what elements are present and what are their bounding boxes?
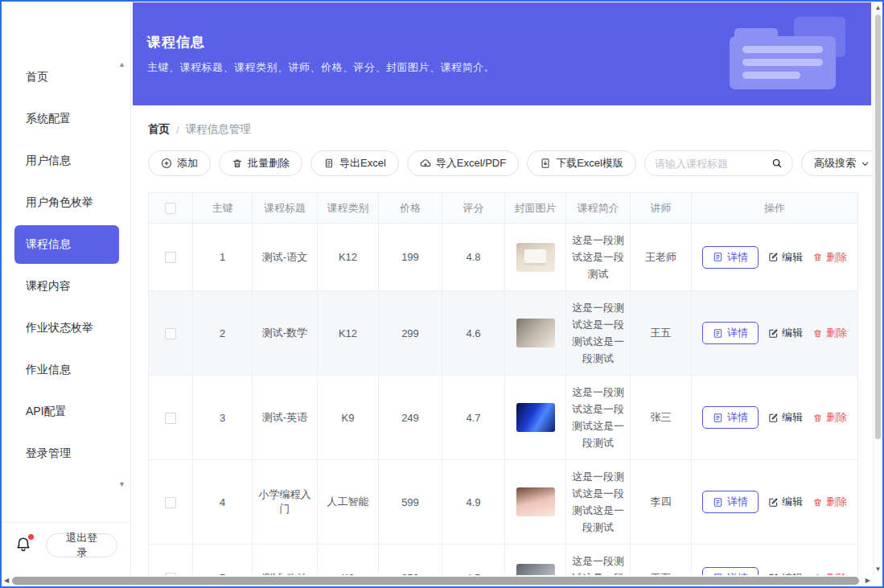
app-window: ▲ 首页 系统配置 用户信息 用户角色枚举 课程信息 课程内容 作业状态枚举 作… <box>0 0 884 588</box>
sidebar-item-label: 课程信息 <box>26 237 71 252</box>
detail-label: 详情 <box>727 250 748 265</box>
delete-button[interactable]: 删除 <box>812 250 847 265</box>
detail-button[interactable]: 详情 <box>702 567 759 576</box>
sidebar-item-homework-status-enum[interactable]: 作业状态枚举 <box>14 309 119 347</box>
sidebar-item-api-config[interactable]: API配置 <box>14 393 119 431</box>
detail-button[interactable]: 详情 <box>702 322 759 344</box>
chevron-down-icon <box>861 159 870 168</box>
cell-rating: 4.6 <box>442 291 505 376</box>
sidebar-scroll-up-icon[interactable]: ▲ <box>118 61 125 68</box>
breadcrumb-home-link[interactable]: 首页 <box>148 122 170 137</box>
detail-button[interactable]: 详情 <box>702 246 759 269</box>
breadcrumb: 首页 / 课程信息管理 <box>148 122 857 137</box>
sidebar-item-course-info[interactable]: 课程信息 <box>14 225 119 264</box>
delete-button[interactable]: 删除 <box>812 495 847 509</box>
select-all-checkbox[interactable] <box>165 203 176 214</box>
edit-label: 编辑 <box>782 410 803 425</box>
sidebar-item-label: 登录管理 <box>26 446 71 461</box>
detail-doc-icon <box>713 497 723 508</box>
sidebar-item-user-role-enum[interactable]: 用户角色枚举 <box>14 183 119 222</box>
page-title: 课程信息 <box>147 33 495 51</box>
detail-button[interactable]: 详情 <box>702 406 759 429</box>
search-box <box>644 150 793 176</box>
detail-label: 详情 <box>727 410 748 425</box>
row-checkbox[interactable] <box>165 328 176 339</box>
cell-price: 299 <box>379 291 442 376</box>
cell-teacher: 张三 <box>631 376 692 460</box>
logout-button[interactable]: 退出登录 <box>46 533 117 557</box>
horizontal-scrollbar-thumb[interactable] <box>12 577 859 585</box>
edit-button[interactable]: 编辑 <box>768 326 803 340</box>
delete-trash-icon <box>812 497 823 508</box>
detail-label: 详情 <box>727 495 748 509</box>
batch-delete-button[interactable]: 批量删除 <box>219 150 302 176</box>
edit-label: 编辑 <box>782 250 803 265</box>
cell-id: 4 <box>193 460 253 545</box>
folder-illustration-icon <box>730 17 849 94</box>
sidebar-item-course-content[interactable]: 课程内容 <box>14 267 119 306</box>
delete-label: 删除 <box>826 495 847 509</box>
sidebar-item-label: 用户角色枚举 <box>26 195 93 210</box>
header-rating: 评分 <box>442 193 505 224</box>
row-checkbox[interactable] <box>165 252 176 263</box>
edit-button[interactable]: 编辑 <box>768 495 803 509</box>
add-button[interactable]: 添加 <box>148 150 211 176</box>
delete-trash-icon <box>812 413 823 423</box>
horizontal-scrollbar[interactable]: ◀ ▶ <box>2 575 873 586</box>
search-input[interactable] <box>655 158 767 170</box>
edit-pencil-icon <box>768 497 779 508</box>
download-template-button[interactable]: 下载Excel模版 <box>527 150 636 176</box>
advanced-search-label: 高级搜索 <box>814 156 856 171</box>
scroll-left-arrow-icon[interactable]: ◀ <box>4 577 9 584</box>
edit-button[interactable]: 编辑 <box>768 410 803 425</box>
export-excel-button[interactable]: 导出Excel <box>310 150 399 176</box>
row-checkbox[interactable] <box>165 413 176 424</box>
edit-button[interactable]: 编辑 <box>768 250 803 265</box>
row-checkbox[interactable] <box>165 497 176 508</box>
toolbar: 添加 批量删除 导出Excel 导入Excel/PDF 下载Excel模版 <box>148 150 857 176</box>
scroll-up-arrow-icon[interactable]: ▲ <box>874 4 882 11</box>
scroll-right-arrow-icon[interactable]: ▶ <box>865 577 870 584</box>
cell-id: 1 <box>193 224 253 291</box>
sidebar-item-user-info[interactable]: 用户信息 <box>14 142 119 180</box>
course-table: 主键 课程标题 课程类别 价格 评分 封面图片 课程简介 讲师 操作 <box>148 192 858 575</box>
detail-button[interactable]: 详情 <box>702 491 759 513</box>
cover-image-blue-abstract-waves <box>516 403 555 432</box>
edit-pencil-icon <box>768 252 779 262</box>
notification-bell-icon[interactable] <box>14 536 33 555</box>
page-subtitle: 主键、课程标题、课程类别、讲师、价格、评分、封面图片、课程简介。 <box>147 60 495 75</box>
sidebar-item-homework-info[interactable]: 作业信息 <box>14 351 119 389</box>
vertical-scrollbar-thumb[interactable] <box>875 14 881 439</box>
header-title: 课程标题 <box>253 193 318 224</box>
page-banner: 课程信息 主键、课程标题、课程类别、讲师、价格、评分、封面图片、课程简介。 <box>133 2 871 105</box>
search-icon[interactable] <box>771 158 783 169</box>
cell-intro: 这是一段测试这是一段测试 <box>566 224 631 291</box>
cell-category: 人工智能 <box>318 460 379 545</box>
row-actions: 详情 编辑 删除 <box>695 567 854 576</box>
cell-rating: 4.8 <box>442 224 505 291</box>
content-area: 首页 / 课程信息管理 添加 批量删除 导出Excel <box>132 122 873 575</box>
delete-label: 删除 <box>826 326 847 340</box>
cell-title: 测试-政治 <box>253 545 318 576</box>
import-excel-label: 导入Excel/PDF <box>436 156 506 171</box>
detail-doc-icon <box>713 413 723 423</box>
sidebar: ▲ 首页 系统配置 用户信息 用户角色枚举 课程信息 课程内容 作业状态枚举 作… <box>2 2 131 575</box>
sidebar-scroll-down-icon[interactable]: ▼ <box>118 481 125 488</box>
sidebar-item-label: 作业状态枚举 <box>26 321 93 335</box>
cell-rating: 4.5 <box>442 545 505 576</box>
sidebar-item-system-config[interactable]: 系统配置 <box>14 100 119 138</box>
cell-teacher: 李四 <box>631 460 692 545</box>
trash-icon <box>232 158 243 169</box>
vertical-scrollbar[interactable]: ▲ ▼ <box>873 2 882 575</box>
advanced-search-button[interactable]: 高级搜索 <box>801 150 873 176</box>
scroll-down-arrow-icon[interactable]: ▼ <box>874 565 882 573</box>
sidebar-item-label: 首页 <box>26 70 48 84</box>
row-actions: 详情 编辑 删除 <box>695 322 854 344</box>
cell-price: 199 <box>379 224 442 291</box>
import-excel-button[interactable]: 导入Excel/PDF <box>407 150 519 176</box>
cell-category: K12 <box>318 224 379 291</box>
delete-button[interactable]: 删除 <box>812 410 847 425</box>
sidebar-item-login-management[interactable]: 登录管理 <box>14 434 119 473</box>
sidebar-item-home[interactable]: 首页 <box>14 58 119 97</box>
delete-button[interactable]: 删除 <box>812 326 847 340</box>
